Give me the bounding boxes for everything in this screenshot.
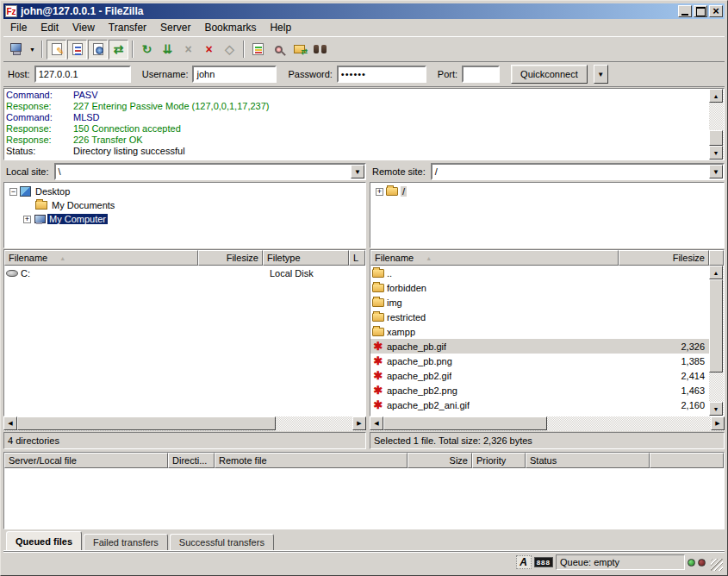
tab-failed-transfers[interactable]: Failed transfers [84, 534, 168, 550]
column-remote-file[interactable]: Remote file [215, 453, 408, 468]
chevron-down-icon[interactable] [351, 165, 364, 178]
toolbar-separator [132, 41, 134, 58]
scroll-down-icon[interactable] [709, 146, 723, 160]
local-hscrollbar[interactable] [3, 416, 366, 431]
scroll-down-icon[interactable] [709, 402, 723, 416]
local-file-row[interactable]: C: Local Disk [4, 266, 365, 280]
my-documents-icon [35, 201, 47, 210]
remote-file-row[interactable]: restricted [370, 310, 709, 324]
remote-file-row[interactable]: forbidden [370, 280, 709, 295]
scrollbar-thumb[interactable] [709, 279, 723, 373]
tree-item-desktop[interactable]: Desktop [4, 185, 365, 198]
column-last-modified[interactable]: L [349, 250, 365, 266]
image-file-icon: ✱ [372, 399, 384, 411]
column-server-local-file[interactable]: Server/Local file [4, 453, 168, 468]
remote-file-row[interactable]: xampp [370, 324, 709, 339]
scroll-left-icon[interactable] [370, 416, 383, 430]
column-filename[interactable]: Filename [4, 250, 198, 266]
header-filler [709, 250, 724, 266]
chevron-down-icon[interactable] [709, 165, 723, 178]
local-file-list: Filename Filesize Filetype L C: Loca [3, 249, 366, 416]
toolbar: ⇄ ↻ ⇊ × × ◇ [3, 36, 725, 62]
expand-icon[interactable] [376, 188, 383, 196]
close-icon[interactable] [709, 5, 723, 17]
tree-item-root[interactable]: / [370, 185, 724, 198]
refresh-icon[interactable]: ↻ [137, 40, 157, 59]
scroll-up-icon[interactable] [709, 266, 723, 279]
log-scrollbar[interactable] [709, 89, 724, 160]
toggle-local-tree-icon[interactable] [67, 40, 87, 59]
local-rows: C: Local Disk [4, 266, 365, 416]
column-priority[interactable]: Priority [472, 453, 526, 468]
menu-server[interactable]: Server [153, 20, 197, 35]
column-filename[interactable]: Filename [370, 250, 619, 266]
folder-icon [372, 328, 384, 336]
scrollbar-thumb[interactable] [17, 416, 276, 430]
port-input[interactable] [462, 66, 500, 83]
tab-queued-files[interactable]: Queued files [6, 531, 82, 550]
remote-hscrollbar[interactable] [370, 416, 725, 431]
directory-comparison-icon[interactable] [269, 40, 289, 59]
username-input[interactable] [192, 66, 277, 83]
disconnect-icon[interactable]: × [199, 40, 219, 59]
reconnect-icon[interactable]: ◇ [220, 40, 240, 59]
scroll-right-icon[interactable] [352, 416, 366, 430]
scrollbar-thumb[interactable] [383, 416, 547, 430]
host-input[interactable] [34, 66, 131, 83]
minimize-icon[interactable] [678, 5, 692, 17]
menu-help[interactable]: Help [263, 20, 298, 35]
column-filesize[interactable]: Filesize [619, 250, 709, 266]
scroll-up-icon[interactable] [709, 89, 723, 103]
local-site-combo[interactable]: \ [54, 163, 366, 180]
process-queue-icon[interactable]: ⇊ [158, 40, 177, 59]
resize-grip[interactable] [711, 559, 723, 571]
send-indicator-icon [698, 559, 706, 567]
speed-limit-icon: 888 [534, 557, 553, 567]
site-manager-dropdown-icon[interactable] [27, 40, 38, 59]
remote-file-row[interactable]: ✱ apache_pb2.gif 2,414 [370, 368, 709, 383]
column-size[interactable]: Size [408, 453, 472, 468]
toggle-transfer-queue-icon[interactable]: ⇄ [109, 40, 128, 59]
remote-file-row[interactable]: ✱ apache_pb2_ani.gif 2,160 [370, 398, 709, 412]
password-input[interactable] [337, 66, 426, 83]
remote-site-combo[interactable]: / [431, 163, 725, 180]
menu-view[interactable]: View [65, 20, 102, 35]
scrollbar-thumb[interactable] [709, 130, 723, 146]
remote-file-row[interactable]: .. [370, 266, 709, 280]
queue-body[interactable] [4, 468, 724, 529]
remote-file-row[interactable]: img [370, 295, 709, 310]
remote-file-row[interactable]: ✱ apache_pb.png 1,385 [370, 354, 709, 368]
scroll-right-icon[interactable] [711, 416, 725, 430]
menu-file[interactable]: File [3, 20, 34, 35]
synchronized-browsing-icon[interactable] [289, 40, 309, 59]
column-status[interactable]: Status [526, 453, 650, 468]
folder-icon [372, 269, 384, 278]
remote-file-row-selected[interactable]: ✱ apache_pb.gif 2,326 [370, 339, 709, 354]
quickconnect-button[interactable]: Quickconnect [511, 65, 588, 84]
filter-icon[interactable] [248, 40, 268, 59]
remote-file-row[interactable]: ✱ apache_pb2.png 1,463 [370, 383, 709, 398]
quickconnect-dropdown-icon[interactable] [594, 65, 608, 84]
scroll-left-icon[interactable] [3, 416, 17, 430]
find-files-icon[interactable] [310, 40, 330, 59]
tree-item-my-documents[interactable]: My Documents [4, 198, 365, 212]
toggle-message-log-icon[interactable] [47, 40, 66, 59]
column-filesize[interactable]: Filesize [198, 250, 263, 266]
menu-transfer[interactable]: Transfer [102, 20, 153, 35]
collapse-icon[interactable] [9, 188, 17, 196]
message-log: Command: PASV Response: 227 Entering Pas… [3, 88, 725, 160]
username-label: Username: [142, 69, 189, 79]
menu-bookmarks[interactable]: Bookmarks [197, 20, 263, 35]
maximize-icon[interactable] [694, 5, 707, 17]
expand-icon[interactable] [23, 216, 31, 223]
menu-edit[interactable]: Edit [34, 20, 65, 35]
toggle-remote-tree-icon[interactable] [88, 40, 108, 59]
log-line: Command: MLSD [6, 112, 707, 123]
tab-successful-transfers[interactable]: Successful transfers [170, 534, 274, 550]
site-manager-icon[interactable] [6, 40, 26, 59]
remote-vscrollbar[interactable] [709, 266, 724, 416]
column-direction[interactable]: Directi... [168, 453, 215, 468]
cancel-operation-icon[interactable]: × [178, 40, 198, 59]
tree-item-my-computer[interactable]: My Computer [4, 212, 365, 226]
column-filetype[interactable]: Filetype [263, 250, 349, 266]
